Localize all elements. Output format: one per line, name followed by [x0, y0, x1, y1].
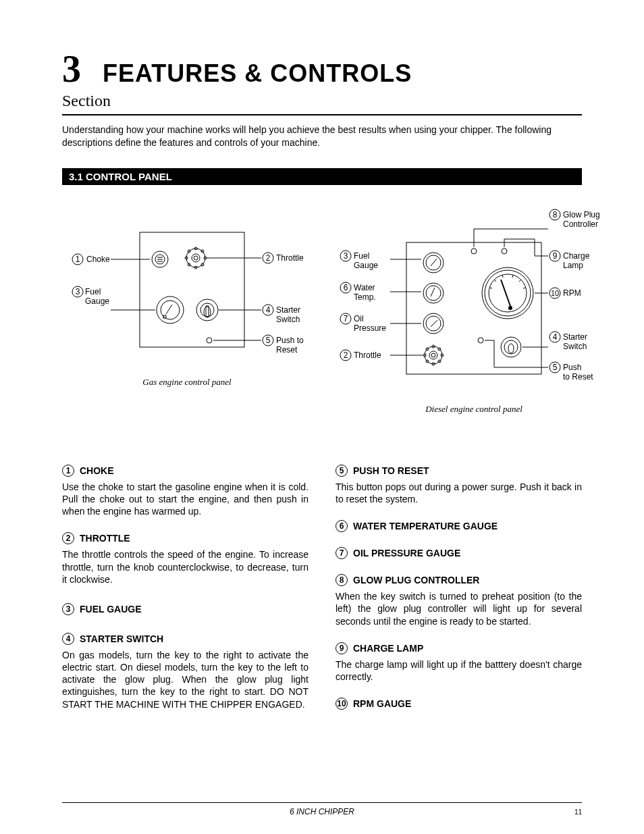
reset-body: This button pops out during a power surg…: [336, 481, 582, 505]
fuel-title: FUEL GAUGE: [80, 604, 142, 615]
figures-row: 1 2 3 4 5 Choke Throttle Fuel Gauge Star…: [62, 205, 582, 415]
throttle-heading: 2THROTTLE: [62, 532, 308, 544]
svg-text:5: 5: [553, 363, 558, 372]
svg-point-61: [425, 346, 442, 364]
svg-point-20: [207, 338, 212, 343]
intro-text: Understanding how your machine works wil…: [62, 124, 582, 149]
svg-rect-44: [406, 242, 541, 374]
rpm-title: RPM GAUGE: [353, 698, 411, 709]
circled-9-icon: 9: [336, 642, 348, 654]
circled-6-icon: 6: [336, 520, 348, 532]
svg-text:6: 6: [344, 283, 348, 292]
circled-1-icon: 1: [62, 465, 74, 477]
svg-point-48: [508, 306, 512, 310]
svg-text:Push to: Push to: [276, 336, 304, 345]
reset-heading: 5PUSH TO RESET: [336, 465, 582, 477]
svg-text:Gauge: Gauge: [354, 261, 378, 270]
svg-line-50: [494, 280, 496, 282]
svg-point-18: [200, 303, 214, 317]
svg-text:Fuel: Fuel: [354, 251, 369, 261]
svg-text:Switch: Switch: [276, 315, 300, 324]
svg-line-54: [523, 288, 526, 288]
starter-body: On gas models, turn the key to the right…: [62, 649, 308, 710]
water-heading: 6WATER TEMPERATURE GAUGE: [336, 520, 582, 532]
svg-text:2: 2: [266, 253, 271, 263]
svg-text:7: 7: [344, 314, 348, 323]
page-number: 11: [574, 808, 582, 816]
charge-title: CHARGE LAMP: [353, 643, 423, 654]
svg-text:Glow Plug: Glow Plug: [563, 210, 600, 219]
glow-heading: 8GLOW PLUG CONTROLLER: [336, 574, 582, 586]
svg-text:Switch: Switch: [563, 342, 587, 351]
gas-panel-figure: 1 2 3 4 5 Choke Throttle Fuel Gauge Star…: [62, 205, 312, 415]
svg-text:Starter: Starter: [563, 332, 587, 342]
starter-heading: 4STARTER SWITCH: [62, 633, 308, 645]
circled-2-icon: 2: [62, 532, 74, 544]
circled-4-icon: 4: [62, 633, 74, 645]
svg-text:Choke: Choke: [86, 255, 110, 264]
starter-title: STARTER SWITCH: [80, 633, 163, 644]
svg-point-74: [478, 338, 483, 343]
svg-line-53: [519, 280, 521, 282]
section-label: Section: [62, 92, 582, 115]
svg-point-19: [204, 307, 211, 317]
svg-text:1: 1: [76, 255, 80, 264]
svg-point-5: [194, 256, 198, 260]
svg-text:5: 5: [266, 336, 271, 345]
fuel-heading: 3FUEL GAUGE: [62, 603, 308, 615]
right-column: 5PUSH TO RESET This button pops out duri…: [336, 462, 582, 725]
section-3-1-bar: 3.1 CONTROL PANEL: [62, 168, 582, 185]
svg-text:Starter: Starter: [276, 305, 300, 315]
svg-text:Push: Push: [563, 363, 581, 372]
svg-line-52: [512, 275, 513, 278]
reset-title: PUSH TO RESET: [353, 465, 429, 476]
svg-point-76: [504, 340, 518, 354]
svg-text:to Reset: to Reset: [563, 372, 593, 382]
charge-heading: 9CHARGE LAMP: [336, 642, 582, 654]
chapter-title: FEATURES & CONTROLS: [103, 59, 412, 88]
svg-text:Temp.: Temp.: [354, 292, 376, 302]
svg-point-72: [471, 249, 477, 254]
chapter-header: 3 FEATURES & CONTROLS: [62, 47, 582, 90]
svg-line-51: [502, 275, 503, 278]
svg-text:3: 3: [344, 251, 348, 261]
oil-title: OIL PRESSURE GAUGE: [353, 548, 460, 558]
svg-point-58: [426, 286, 441, 301]
svg-text:Oil: Oil: [354, 314, 364, 323]
glow-body: When the key switch is turned to preheat…: [336, 590, 582, 627]
circled-7-icon: 7: [336, 547, 348, 559]
page-footer: 6 INCH CHIPPER 11: [62, 802, 582, 816]
svg-text:4: 4: [553, 332, 558, 342]
svg-point-45: [482, 267, 533, 319]
svg-text:10: 10: [551, 289, 559, 297]
svg-point-63: [431, 353, 435, 357]
svg-text:4: 4: [266, 305, 271, 315]
diesel-panel-figure: 8 9 10 4 5 3 6 7 2 Glow Plug Controller …: [339, 205, 609, 415]
svg-point-3: [186, 249, 205, 267]
chapter-number: 3: [62, 47, 81, 90]
svg-point-77: [508, 344, 514, 353]
diesel-panel-caption: Diesel engine control panel: [339, 404, 609, 415]
svg-text:2: 2: [344, 350, 348, 360]
svg-text:3: 3: [76, 287, 80, 296]
circled-10-icon: 10: [336, 698, 348, 710]
footer-title: 6 INCH CHIPPER: [62, 807, 582, 816]
svg-text:8: 8: [553, 210, 558, 219]
svg-point-46: [485, 270, 531, 316]
gas-panel-caption: Gas engine control panel: [62, 377, 312, 388]
oil-heading: 7OIL PRESSURE GAUGE: [336, 547, 582, 559]
svg-point-60: [426, 316, 441, 331]
diesel-panel-svg: 8 9 10 4 5 3 6 7 2 Glow Plug Controller …: [339, 205, 609, 394]
svg-text:Throttle: Throttle: [354, 350, 381, 360]
circled-5-icon: 5: [336, 465, 348, 477]
svg-text:9: 9: [553, 251, 558, 261]
circled-8-icon: 8: [336, 574, 348, 586]
svg-text:Fuel: Fuel: [85, 287, 101, 296]
descriptions: 1CHOKE Use the choke to start the gasoli…: [62, 462, 582, 725]
svg-text:Throttle: Throttle: [276, 253, 304, 263]
svg-text:Reset: Reset: [276, 345, 298, 355]
svg-point-73: [502, 249, 507, 254]
svg-text:Controller: Controller: [563, 219, 598, 229]
left-column: 1CHOKE Use the choke to start the gasoli…: [62, 462, 308, 725]
svg-point-62: [429, 351, 437, 359]
